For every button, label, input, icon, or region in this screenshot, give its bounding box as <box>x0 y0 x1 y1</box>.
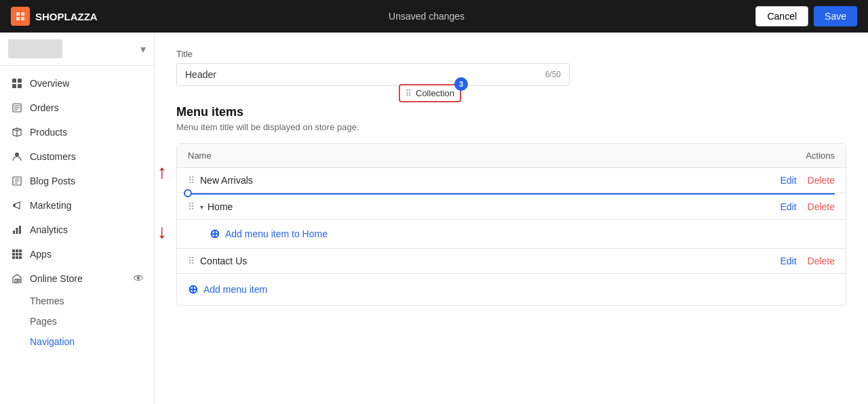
drag-arrows: ↑ ↓ <box>157 163 167 241</box>
row-name-new-arrivals: New Arrivals <box>200 175 780 186</box>
svg-rect-15 <box>12 256 15 259</box>
svg-rect-2 <box>12 84 16 88</box>
row-actions-contact-us: Edit Delete <box>780 256 835 266</box>
sidebar-item-orders-label: Orders <box>30 102 59 113</box>
col-actions: Actions <box>806 150 835 161</box>
svg-rect-19 <box>18 279 20 281</box>
delete-contact-us[interactable]: Delete <box>808 256 835 266</box>
svg-rect-11 <box>19 249 22 252</box>
online-store-subnav: Themes Pages Navigation <box>0 291 154 352</box>
col-name: Name <box>188 150 212 161</box>
title-input[interactable] <box>185 69 545 80</box>
sidebar-item-apps[interactable]: Apps <box>0 242 154 266</box>
svg-rect-14 <box>19 253 22 256</box>
row-actions-home: Edit Delete <box>780 201 835 212</box>
drag-handle-home[interactable]: ⠿ <box>188 201 195 212</box>
add-menu-item-to-home[interactable]: Add menu item to Home <box>225 228 328 239</box>
contact-us-label: Contact Us <box>200 256 247 266</box>
topbar-actions: Cancel Save <box>755 6 857 26</box>
sidebar-item-analytics-label: Analytics <box>30 224 68 235</box>
edit-home[interactable]: Edit <box>780 201 796 212</box>
drag-handle-new-arrivals[interactable]: ⠿ <box>188 175 195 186</box>
table-row-home: ⠿ ▾ Home Edit Delete <box>177 195 846 220</box>
svg-rect-1 <box>18 79 22 83</box>
chevron-icon-home: ▾ <box>200 203 203 211</box>
arrow-down-icon: ↓ <box>157 222 167 241</box>
delete-new-arrivals[interactable]: Delete <box>808 175 835 186</box>
sidebar-item-products[interactable]: Products <box>0 120 154 144</box>
svg-rect-7 <box>16 228 18 234</box>
logo-icon <box>11 7 30 26</box>
eye-icon[interactable] <box>134 273 143 285</box>
orders-icon <box>11 102 23 114</box>
svg-rect-17 <box>19 256 22 259</box>
content-area: Title 6/50 Menu items Menu item title wi… <box>155 33 868 404</box>
menu-table: Name Actions ⠿ New Arrivals Edit Delete <box>176 143 846 306</box>
customers-icon <box>11 150 23 163</box>
topbar: SHOPLAZZA Unsaved changes Cancel Save <box>0 0 868 33</box>
table-row-new-arrivals: ⠿ New Arrivals Edit Delete <box>177 168 846 193</box>
svg-rect-0 <box>12 79 16 83</box>
svg-rect-8 <box>19 226 21 234</box>
sidebar-item-customers[interactable]: Customers <box>0 144 154 169</box>
sidebar-item-overview[interactable]: Overview <box>0 71 154 96</box>
cancel-button[interactable]: Cancel <box>755 6 808 26</box>
svg-rect-10 <box>16 249 18 252</box>
products-icon <box>11 126 23 138</box>
blog-posts-icon <box>11 175 23 187</box>
collection-badge-number: 3 <box>454 77 468 91</box>
add-to-home-icon: ⊕ <box>210 226 220 241</box>
add-menu-icon: ⊕ <box>188 282 198 297</box>
home-label: Home <box>208 201 233 212</box>
row-actions-new-arrivals: Edit Delete <box>780 175 835 186</box>
row-name-contact-us: Contact Us <box>200 256 780 266</box>
edit-new-arrivals[interactable]: Edit <box>780 175 796 186</box>
analytics-icon <box>11 224 23 236</box>
sidebar-item-analytics[interactable]: Analytics <box>0 218 154 242</box>
sidebar-item-marketing-label: Marketing <box>30 200 71 211</box>
overview-icon <box>11 77 23 89</box>
save-button[interactable]: Save <box>814 6 857 26</box>
add-menu-item-row: ⊕ Add menu item <box>177 274 846 305</box>
delete-home[interactable]: Delete <box>808 201 835 212</box>
svg-rect-18 <box>15 279 17 283</box>
new-arrivals-label: New Arrivals <box>200 175 253 186</box>
char-count: 6/50 <box>545 70 561 79</box>
sidebar-item-pages[interactable]: Pages <box>30 311 154 331</box>
online-store-icon <box>11 272 23 285</box>
sidebar-item-orders[interactable]: Orders <box>0 96 154 120</box>
add-menu-item[interactable]: Add menu item <box>203 284 267 295</box>
sidebar-item-online-store-label: Online Store <box>30 273 83 284</box>
sidebar-nav: Overview Orders Products C <box>0 66 154 357</box>
sidebar-item-apps-label: Apps <box>30 249 52 260</box>
drag-handle-contact-us[interactable]: ⠿ <box>188 256 195 266</box>
store-selector[interactable]: ▾ <box>0 33 154 66</box>
sidebar-item-customers-label: Customers <box>30 151 76 162</box>
svg-point-4 <box>15 153 19 157</box>
main-layout: ▾ Overview Orders Produ <box>0 33 868 404</box>
title-label: Title <box>176 49 846 59</box>
collection-badge: ⠿ Collection 3 <box>399 84 461 102</box>
sidebar-item-marketing[interactable]: Marketing <box>0 193 154 218</box>
svg-rect-12 <box>12 253 15 256</box>
collection-badge-label: Collection <box>416 88 454 98</box>
logo-text: SHOPLAZZA <box>35 11 98 22</box>
sidebar-item-blog-posts[interactable]: Blog Posts <box>0 169 154 193</box>
add-menu-item-to-home-row: ⊕ Add menu item to Home <box>177 220 846 249</box>
sidebar-item-themes[interactable]: Themes <box>30 291 154 311</box>
unsaved-status: Unsaved changes <box>389 11 465 22</box>
sidebar-item-overview-label: Overview <box>30 78 69 89</box>
sidebar-item-navigation[interactable]: Navigation <box>30 331 154 352</box>
chevron-down-icon: ▾ <box>140 43 146 56</box>
edit-contact-us[interactable]: Edit <box>780 256 796 266</box>
sidebar-item-online-store[interactable]: Online Store <box>0 266 154 291</box>
row-name-home: ▾ Home <box>200 201 780 212</box>
collection-drag-dots: ⠿ <box>406 89 412 98</box>
sidebar-item-products-label: Products <box>30 127 67 138</box>
menu-items-desc: Menu item title will be displayed on sto… <box>176 122 846 132</box>
svg-rect-13 <box>16 253 18 256</box>
sidebar: ▾ Overview Orders Produ <box>0 33 155 404</box>
menu-items-section: Menu items Menu item title will be displ… <box>176 105 846 306</box>
title-input-wrap: 6/50 <box>176 63 570 86</box>
svg-rect-9 <box>12 249 15 252</box>
